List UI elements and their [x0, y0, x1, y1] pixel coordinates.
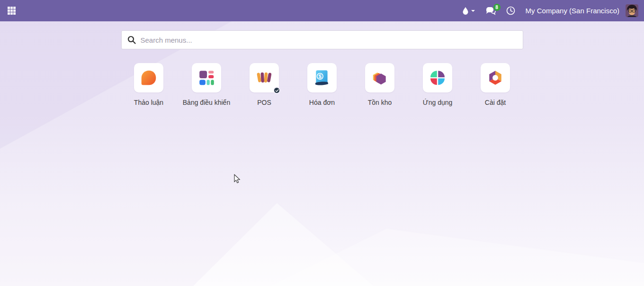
home-menu: Thảo luận Bảng điều khiển — [0, 30, 644, 106]
app-label: Hóa đơn — [309, 99, 335, 106]
messages-button[interactable]: 8 — [485, 7, 496, 15]
app-apps[interactable]: Ứng dụng — [409, 63, 466, 106]
app-inventory[interactable]: Tồn kho — [351, 63, 409, 106]
droplet-icon — [462, 7, 469, 15]
search-icon — [127, 36, 136, 44]
top-navbar: 8 My Company (San Francisco) — [0, 0, 644, 21]
apps-icon — [423, 63, 452, 92]
messages-count-badge: 8 — [493, 4, 501, 11]
clock-icon — [506, 6, 515, 15]
avatar — [626, 4, 638, 17]
activities-button[interactable] — [506, 6, 515, 15]
discuss-icon — [134, 63, 163, 92]
status-dropdown[interactable] — [462, 7, 475, 15]
settings-icon — [481, 63, 510, 92]
svg-text:$: $ — [319, 73, 322, 79]
apps-menu-button[interactable] — [6, 5, 18, 17]
inventory-icon — [365, 63, 394, 92]
check-icon — [275, 89, 279, 92]
pos-installed-badge — [273, 87, 280, 94]
app-label: Tồn kho — [368, 99, 392, 106]
app-discuss[interactable]: Thảo luận — [120, 63, 178, 106]
mouse-cursor — [234, 174, 241, 186]
search-menus-box[interactable] — [121, 30, 523, 49]
app-settings[interactable]: Cài đặt — [466, 63, 524, 106]
app-label: Cài đặt — [485, 99, 506, 106]
user-menu[interactable]: My Company (San Francisco) — [526, 4, 638, 17]
app-label: Thảo luận — [134, 99, 163, 106]
app-dashboards[interactable]: Bảng điều khiển — [178, 63, 235, 106]
pos-icon — [250, 63, 279, 92]
dashboard-icon — [192, 63, 221, 92]
grid-icon — [8, 7, 16, 15]
topbar-right: 8 My Company (San Francisco) — [462, 4, 638, 17]
chevron-down-icon — [471, 10, 475, 12]
app-label: Bảng điều khiển — [183, 99, 230, 106]
app-label: POS — [257, 99, 271, 106]
apps-grid: Thảo luận Bảng điều khiển — [120, 63, 524, 106]
app-label: Ứng dụng — [423, 99, 453, 106]
company-name: My Company (San Francisco) — [526, 7, 619, 15]
app-pos[interactable]: POS — [235, 63, 293, 106]
invoicing-icon: $ — [307, 63, 337, 92]
app-invoicing[interactable]: $ Hóa đơn — [293, 63, 351, 106]
search-input[interactable] — [141, 36, 517, 44]
